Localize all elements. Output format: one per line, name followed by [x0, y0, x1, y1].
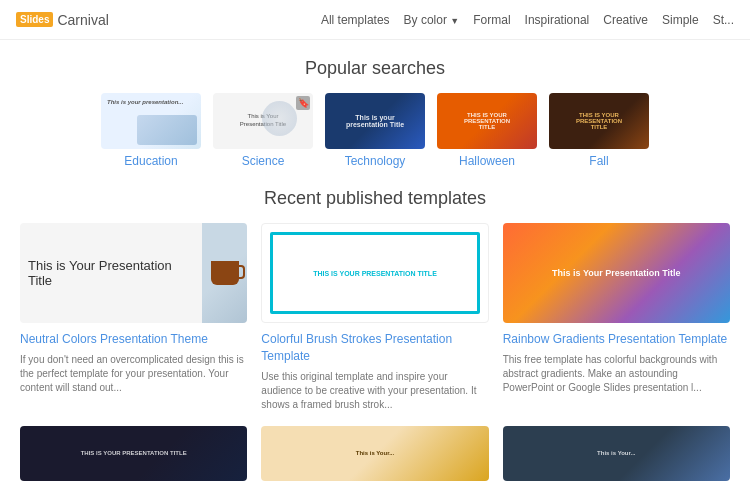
neutral-slide-title: This is Your Presentation Title — [28, 258, 194, 288]
recent-section-title: Recent published templates — [20, 188, 730, 209]
popular-thumb-science: This is YourPresentation Title 🔖 — [213, 93, 313, 149]
halloween-thumb-text: THIS IS YOURPRESENTATIONTITLE — [437, 93, 537, 149]
popular-section-title: Popular searches — [20, 58, 730, 79]
popular-item-science[interactable]: This is YourPresentation Title 🔖 Science — [213, 93, 313, 168]
template-thumb-neutral: This is Your Presentation Title — [20, 223, 247, 323]
popular-grid: This is your presentation... Education T… — [20, 93, 730, 168]
popular-thumb-technology: This is yourpresentation Title — [325, 93, 425, 149]
popular-item-technology[interactable]: This is yourpresentation Title Technolog… — [325, 93, 425, 168]
nav-inspirational[interactable]: Inspirational — [525, 13, 590, 27]
by-color-arrow: ▼ — [450, 16, 459, 26]
logo-carnival: Carnival — [57, 12, 108, 28]
header: Slides Carnival All templates By color ▼… — [0, 0, 750, 40]
nav-by-color[interactable]: By color ▼ — [404, 13, 460, 27]
technology-thumb-text: This is yourpresentation Title — [325, 93, 425, 149]
main-content: Popular searches This is your presentati… — [0, 40, 750, 491]
popular-label-fall: Fall — [589, 154, 608, 168]
template-thumb-colorful: THIS IS YOUR PRESENTATION TITLE — [261, 223, 488, 323]
colorful-slide-title: THIS IS YOUR PRESENTATION TITLE — [313, 270, 437, 277]
recent-grid: This is Your Presentation Title Neutral … — [20, 223, 730, 412]
popular-item-fall[interactable]: THIS IS YOURPRESENTATIONTITLE Fall — [549, 93, 649, 168]
fall-thumb-text: THIS IS YOURPRESENTATIONTITLE — [549, 93, 649, 149]
popular-label-education: Education — [124, 154, 177, 168]
logo[interactable]: Slides Carnival — [16, 12, 109, 28]
popular-label-halloween: Halloween — [459, 154, 515, 168]
nav-st[interactable]: St... — [713, 13, 734, 27]
popular-label-science: Science — [242, 154, 285, 168]
popular-thumb-education: This is your presentation... — [101, 93, 201, 149]
popular-item-halloween[interactable]: THIS IS YOURPRESENTATIONTITLE Halloween — [437, 93, 537, 168]
rainbow-template-desc: This free template has colorful backgrou… — [503, 353, 730, 395]
neutral-right — [202, 223, 247, 323]
bottom-thumb-dark1[interactable]: THIS IS YOUR PRESENTATION TITLE — [20, 426, 247, 481]
template-thumb-rainbow: This is Your Presentation Title — [503, 223, 730, 323]
template-card-neutral[interactable]: This is Your Presentation Title Neutral … — [20, 223, 247, 412]
bottom-dark1-text: THIS IS YOUR PRESENTATION TITLE — [20, 426, 247, 481]
bookmark-icon: 🔖 — [296, 96, 310, 110]
nav-simple[interactable]: Simple — [662, 13, 699, 27]
rainbow-slide-title: This is Your Presentation Title — [544, 259, 689, 288]
popular-item-education[interactable]: This is your presentation... Education — [101, 93, 201, 168]
template-card-rainbow[interactable]: This is Your Presentation Title Rainbow … — [503, 223, 730, 412]
bottom-origami-text: This is Your... — [261, 426, 488, 481]
colorful-template-name: Colorful Brush Strokes Presentation Temp… — [261, 331, 488, 365]
nav-formal[interactable]: Formal — [473, 13, 510, 27]
nav-creative[interactable]: Creative — [603, 13, 648, 27]
colorful-template-desc: Use this original template and inspire y… — [261, 370, 488, 412]
rainbow-template-name: Rainbow Gradients Presentation Template — [503, 331, 730, 348]
main-nav: All templates By color ▼ Formal Inspirat… — [321, 13, 734, 27]
neutral-template-desc: If you don't need an overcomplicated des… — [20, 353, 247, 395]
popular-thumb-halloween: THIS IS YOURPRESENTATIONTITLE — [437, 93, 537, 149]
popular-label-technology: Technology — [345, 154, 406, 168]
neutral-left: This is Your Presentation Title — [20, 223, 202, 323]
bottom-grid: THIS IS YOUR PRESENTATION TITLE This is … — [20, 426, 730, 481]
bottom-thumb-origami[interactable]: This is Your... — [261, 426, 488, 481]
education-thumb-text: This is your presentation... — [107, 99, 195, 107]
bottom-dark2-text: This is Your... — [503, 426, 730, 481]
template-card-colorful[interactable]: THIS IS YOUR PRESENTATION TITLE Colorful… — [261, 223, 488, 412]
nav-all-templates[interactable]: All templates — [321, 13, 390, 27]
coffee-cup-icon — [211, 261, 239, 285]
neutral-template-name: Neutral Colors Presentation Theme — [20, 331, 247, 348]
logo-slides: Slides — [16, 12, 53, 27]
popular-thumb-fall: THIS IS YOURPRESENTATIONTITLE — [549, 93, 649, 149]
bottom-thumb-dark2[interactable]: This is Your... — [503, 426, 730, 481]
